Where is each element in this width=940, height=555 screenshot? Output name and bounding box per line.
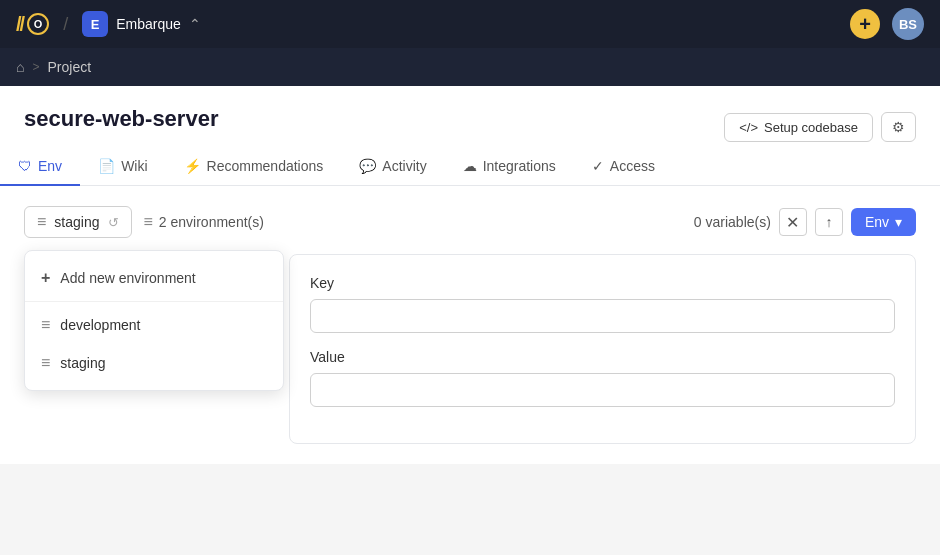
breadcrumb-bar: ⌂ > Project <box>0 48 940 86</box>
tab-activity[interactable]: 💬 Activity <box>341 148 444 186</box>
avatar[interactable]: BS <box>892 8 924 40</box>
access-tab-icon: ✓ <box>592 158 604 174</box>
env-toolbar: ≡ staging ↺ ≡ 2 environment(s) 0 variabl… <box>24 206 916 238</box>
value-input[interactable] <box>310 373 895 407</box>
tabs: 🛡 Env 📄 Wiki ⚡ Recommendations 💬 Activit… <box>0 148 940 186</box>
header-row: secure-web-server </> Setup codebase ⚙ <box>0 86 940 148</box>
env-dropdown: + Add new environment ≡ development ≡ st… <box>24 250 284 391</box>
upload-button[interactable]: ↑ <box>815 208 843 236</box>
settings-button[interactable]: ⚙ <box>881 112 916 142</box>
staging-env-label: staging <box>60 355 105 371</box>
env-edit-icon: ↺ <box>108 215 119 230</box>
upload-icon: ↑ <box>825 214 832 230</box>
home-icon[interactable]: ⌂ <box>16 59 24 75</box>
org-name: Embarque <box>116 16 181 32</box>
dropdown-env-staging[interactable]: ≡ staging <box>25 344 283 382</box>
dropdown-divider <box>25 301 283 302</box>
code-icon: </> <box>739 120 758 135</box>
key-input[interactable] <box>310 299 895 333</box>
org-selector[interactable]: E Embarque ⌃ <box>82 11 201 37</box>
add-button[interactable]: + <box>850 9 880 39</box>
env-selector[interactable]: ≡ staging ↺ <box>24 206 132 238</box>
key-label: Key <box>310 275 895 291</box>
value-label: Value <box>310 349 895 365</box>
header-actions: </> Setup codebase ⚙ <box>724 112 916 142</box>
wiki-tab-label: Wiki <box>121 158 147 174</box>
env-section: ≡ staging ↺ ≡ 2 environment(s) 0 variabl… <box>0 186 940 464</box>
env-dropdown-button[interactable]: Env ▾ <box>851 208 916 236</box>
org-chevron-icon: ⌃ <box>189 16 201 32</box>
tab-env[interactable]: 🛡 Env <box>0 148 80 186</box>
tab-integrations[interactable]: ☁ Integrations <box>445 148 574 186</box>
nav-left: // O / E Embarque ⌃ <box>16 11 201 37</box>
env-count-text: 2 environment(s) <box>159 214 264 230</box>
logo-circle: O <box>27 13 49 35</box>
wiki-tab-icon: 📄 <box>98 158 115 174</box>
breadcrumb-chevron-icon: > <box>32 60 39 74</box>
integrations-tab-label: Integrations <box>483 158 556 174</box>
dev-env-label: development <box>60 317 140 333</box>
env-stack-icon: ≡ <box>37 213 46 231</box>
logo[interactable]: // O <box>16 13 49 36</box>
toolbar-right: 0 variable(s) ✕ ↑ Env ▾ <box>694 208 916 236</box>
add-environment-item[interactable]: + Add new environment <box>25 259 283 297</box>
project-title: secure-web-server <box>24 106 218 132</box>
close-icon: ✕ <box>786 213 799 232</box>
setup-codebase-label: Setup codebase <box>764 120 858 135</box>
staging-stack-icon: ≡ <box>41 354 50 372</box>
tab-recommendations[interactable]: ⚡ Recommendations <box>166 148 342 186</box>
activity-tab-icon: 💬 <box>359 158 376 174</box>
dropdown-env-development[interactable]: ≡ development <box>25 306 283 344</box>
recommendations-tab-icon: ⚡ <box>184 158 201 174</box>
recommendations-tab-label: Recommendations <box>207 158 324 174</box>
env-btn-label: Env <box>865 214 889 230</box>
logo-slash: // <box>16 13 23 36</box>
activity-tab-label: Activity <box>382 158 426 174</box>
setup-codebase-button[interactable]: </> Setup codebase <box>724 113 873 142</box>
env-tab-icon: 🛡 <box>18 158 32 174</box>
breadcrumb-project: Project <box>47 59 91 75</box>
access-tab-label: Access <box>610 158 655 174</box>
env-count-stack-icon: ≡ <box>144 213 153 231</box>
key-field-section: Key <box>310 275 895 333</box>
top-nav: // O / E Embarque ⌃ + BS <box>0 0 940 48</box>
main-area: secure-web-server </> Setup codebase ⚙ 🛡… <box>0 86 940 464</box>
tab-wiki[interactable]: 📄 Wiki <box>80 148 165 186</box>
env-btn-chevron-icon: ▾ <box>895 214 902 230</box>
integrations-tab-icon: ☁ <box>463 158 477 174</box>
tab-access[interactable]: ✓ Access <box>574 148 673 186</box>
dev-stack-icon: ≡ <box>41 316 50 334</box>
current-env-label: staging <box>54 214 99 230</box>
add-env-plus-icon: + <box>41 269 50 287</box>
env-tab-label: Env <box>38 158 62 174</box>
env-form-area: Key Value <box>289 254 916 444</box>
close-button[interactable]: ✕ <box>779 208 807 236</box>
env-count: ≡ 2 environment(s) <box>144 213 264 231</box>
add-environment-label: Add new environment <box>60 270 195 286</box>
org-badge: E <box>82 11 108 37</box>
gear-icon: ⚙ <box>892 119 905 135</box>
variables-count: 0 variable(s) <box>694 214 771 230</box>
nav-right: + BS <box>850 8 924 40</box>
value-field-section: Value <box>310 349 895 407</box>
nav-divider: / <box>63 14 68 35</box>
